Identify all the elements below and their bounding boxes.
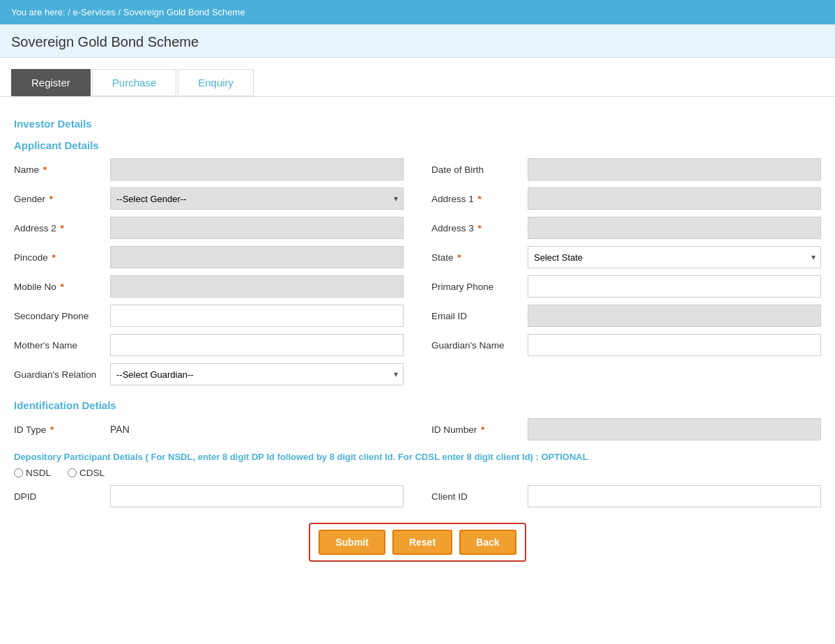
secondary-phone-label: Secondary Phone (14, 311, 105, 321)
pincode-input[interactable] (110, 246, 404, 268)
address2-row: Address 2 * (14, 217, 404, 239)
page-title: Sovereign Gold Bond Scheme (11, 34, 824, 50)
id-number-label: ID Number * (431, 424, 522, 435)
button-container: Submit Reset Back (309, 523, 526, 562)
dp-info-text: Depository Participant Detials ( For NSD… (14, 452, 821, 462)
breadcrumb-scheme: Sovereign Gold Bond Scheme (123, 7, 245, 17)
guardians-name-input[interactable] (528, 334, 821, 356)
id-type-label: ID Type * (14, 424, 105, 435)
name-input[interactable] (110, 158, 404, 181)
name-required: * (40, 164, 47, 175)
tab-register[interactable]: Register (11, 69, 91, 96)
submit-button[interactable]: Submit (319, 530, 385, 555)
address3-input[interactable] (528, 217, 821, 239)
cdsl-label: CDSL (79, 468, 105, 478)
gender-select-wrapper: --Select Gender-- Male Female Other ▾ (110, 187, 404, 210)
client-id-label: Client ID (431, 491, 522, 502)
pincode-row: Pincode * (14, 246, 404, 268)
address3-row: Address 3 * (431, 217, 821, 239)
tab-enquiry[interactable]: Enquiry (178, 69, 254, 96)
primary-phone-row: Primary Phone (431, 275, 821, 298)
tabs-container: Register Purchase Enquiry (0, 58, 835, 97)
guardians-relation-label: Guardian's Relation (14, 369, 105, 380)
breadcrumb-you-are-here: You are here: (11, 7, 66, 17)
guardians-name-row: Guardian's Name (431, 334, 821, 356)
id-type-row: ID Type * PAN (14, 418, 404, 440)
email-input[interactable] (528, 305, 821, 327)
mobile-row: Mobile No * (14, 275, 404, 298)
id-number-input[interactable] (528, 418, 821, 440)
primary-phone-label: Primary Phone (431, 282, 522, 292)
mothers-name-input[interactable] (110, 334, 404, 356)
client-id-input[interactable] (528, 485, 821, 507)
mobile-input[interactable] (110, 275, 404, 298)
address3-label: Address 3 * (431, 223, 522, 233)
secondary-phone-input[interactable] (110, 305, 404, 327)
primary-phone-input[interactable] (528, 275, 821, 298)
guardians-relation-select-wrapper: --Select Guardian-- Father Mother Spouse… (110, 363, 404, 385)
investor-details-heading: Investor Details (14, 118, 821, 130)
tab-purchase[interactable]: Purchase (92, 69, 176, 96)
dob-row: Date of Birth (431, 158, 821, 181)
main-content: Investor Details Applicant Details Name … (0, 97, 835, 584)
dpid-label: DPID (14, 491, 105, 502)
id-number-row: ID Number * (431, 418, 821, 440)
email-label: Email ID (431, 311, 522, 321)
dob-input[interactable] (528, 158, 821, 181)
identification-details-heading: Identification Detials (14, 399, 821, 411)
state-label: State * (431, 252, 522, 263)
guardians-relation-select[interactable]: --Select Guardian-- Father Mother Spouse (110, 363, 404, 385)
nsdl-label: NSDL (26, 468, 51, 478)
gender-row: Gender * --Select Gender-- Male Female O… (14, 187, 404, 210)
mobile-label: Mobile No * (14, 282, 105, 292)
id-type-value: PAN (110, 424, 130, 435)
address2-label: Address 2 * (14, 223, 105, 233)
address1-row: Address 1 * (431, 187, 821, 210)
dpid-row: DPID (14, 485, 404, 507)
client-id-row: Client ID (431, 485, 821, 507)
breadcrumb-eservices[interactable]: e-Services (72, 7, 115, 17)
address1-input[interactable] (528, 187, 821, 210)
button-area: Submit Reset Back (14, 523, 821, 562)
state-row: State * Select State ▾ (431, 246, 821, 268)
applicant-details-heading: Applicant Details (14, 139, 821, 151)
gender-label: Gender * (14, 194, 105, 204)
back-button[interactable]: Back (459, 530, 516, 555)
cdsl-radio-label[interactable]: CDSL (68, 468, 105, 478)
address2-input[interactable] (110, 217, 404, 239)
breadcrumb: You are here: / e-Services / Sovereign G… (0, 0, 835, 24)
cdsl-radio[interactable] (68, 468, 77, 477)
email-row: Email ID (431, 305, 821, 327)
address1-label: Address 1 * (431, 194, 522, 204)
dpid-input[interactable] (110, 485, 404, 507)
secondary-phone-row: Secondary Phone (14, 305, 404, 327)
dob-label: Date of Birth (431, 164, 522, 175)
reset-button[interactable]: Reset (392, 530, 452, 555)
guardians-relation-row: Guardian's Relation --Select Guardian-- … (14, 363, 404, 385)
mothers-name-row: Mother's Name (14, 334, 404, 356)
breadcrumb-sep2: / (118, 7, 123, 17)
dp-radio-group: NSDL CDSL (14, 468, 821, 478)
mothers-name-label: Mother's Name (14, 340, 105, 351)
name-label: Name * (14, 164, 105, 175)
guardians-name-label: Guardian's Name (431, 340, 522, 351)
pincode-label: Pincode * (14, 252, 105, 263)
nsdl-radio-label[interactable]: NSDL (14, 468, 51, 478)
state-select[interactable]: Select State (528, 246, 821, 268)
nsdl-radio[interactable] (14, 468, 23, 477)
name-row: Name * (14, 158, 404, 181)
page-title-bar: Sovereign Gold Bond Scheme (0, 24, 835, 58)
gender-select[interactable]: --Select Gender-- Male Female Other (110, 187, 404, 210)
state-select-wrapper: Select State ▾ (528, 246, 821, 268)
